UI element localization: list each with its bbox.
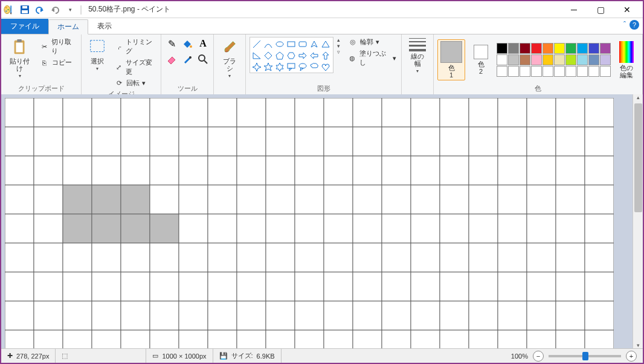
zoom-slider[interactable] (549, 355, 621, 357)
shape-star4[interactable] (252, 62, 262, 72)
text-tool[interactable]: A (196, 37, 210, 50)
customize-qa-button[interactable]: ▾ (63, 3, 77, 16)
svg-rect-41 (150, 98, 179, 127)
color1-button[interactable]: 色 1 (437, 39, 465, 80)
shape-oval[interactable] (275, 39, 285, 49)
crop-button[interactable]: ⌌トリミング (113, 37, 157, 56)
svg-rect-123 (92, 214, 121, 243)
rotate-button[interactable]: ⟳回転 ▾ (113, 78, 157, 88)
shape-callout-cloud[interactable] (309, 62, 319, 72)
shape-hexagon[interactable] (286, 51, 296, 60)
save-button[interactable] (18, 3, 31, 16)
pencil-tool[interactable]: ✎ (165, 37, 178, 50)
shape-diamond[interactable] (263, 51, 273, 60)
color-swatch[interactable] (554, 54, 565, 65)
color2-button[interactable]: 色 2 (469, 44, 493, 76)
shape-polygon[interactable] (309, 39, 319, 49)
color-swatch[interactable] (588, 66, 599, 77)
copy-button[interactable]: ⎘コピー (39, 57, 77, 68)
shape-triangle[interactable] (321, 39, 330, 49)
shape-fill-button[interactable]: ◍塗りつぶし ▾ (347, 48, 398, 68)
color-swatch[interactable] (577, 54, 588, 65)
color-swatch[interactable] (554, 66, 565, 77)
color-swatch[interactable] (497, 43, 507, 54)
svg-rect-139 (556, 214, 585, 243)
cut-button[interactable]: ✂切り取り (39, 37, 77, 56)
color-swatch[interactable] (543, 66, 553, 77)
color-swatch[interactable] (543, 54, 553, 65)
maximize-button[interactable]: ▢ (587, 2, 614, 18)
color-swatch[interactable] (577, 66, 588, 77)
paste-button[interactable]: 貼り付け (5, 37, 35, 80)
select-button[interactable]: 選択 (85, 37, 109, 73)
color-picker-tool[interactable] (181, 53, 194, 66)
fill-tool[interactable] (181, 37, 194, 50)
canvas[interactable] (5, 98, 614, 348)
resize-button[interactable]: ⤢サイズ変更 (113, 57, 157, 77)
shape-arrow-r[interactable] (298, 51, 308, 60)
color-swatch[interactable] (588, 54, 599, 65)
shape-arrow-l[interactable] (309, 51, 319, 60)
svg-rect-72 (440, 127, 469, 156)
ribbon-collapse-button[interactable]: ˆ (623, 21, 626, 29)
shape-curve[interactable] (263, 39, 273, 49)
color-swatch[interactable] (565, 66, 576, 77)
redo-button[interactable] (48, 3, 62, 16)
shape-arrow-u[interactable] (321, 51, 330, 60)
shape-rtriangle[interactable] (252, 51, 262, 60)
edit-colors-button[interactable]: 色の 編集 (614, 40, 639, 80)
zoom-out-button[interactable]: − (533, 351, 544, 362)
magnifier-tool[interactable] (196, 53, 210, 66)
color-swatch[interactable] (520, 43, 530, 54)
color-swatch[interactable] (600, 43, 611, 54)
color-swatch[interactable] (543, 43, 553, 54)
close-button[interactable]: ✕ (614, 2, 640, 18)
shape-star5[interactable] (263, 62, 273, 72)
tab-home[interactable]: ホーム (48, 19, 88, 34)
svg-rect-56 (585, 98, 614, 127)
shape-outline-button[interactable]: ◎輪郭 ▾ (347, 37, 398, 47)
tab-view[interactable]: 表示 (88, 19, 121, 34)
color-swatch[interactable] (497, 54, 507, 65)
color-swatch[interactable] (531, 43, 542, 54)
color-swatch[interactable] (508, 54, 519, 65)
minimize-button[interactable]: ─ (561, 2, 587, 18)
tab-file[interactable]: ファイル (1, 19, 48, 34)
color-swatch[interactable] (600, 54, 611, 65)
color-swatch[interactable] (565, 43, 576, 54)
vertical-scrollbar[interactable] (633, 94, 643, 348)
shape-heart[interactable] (321, 62, 330, 72)
shape-rect[interactable] (286, 39, 296, 49)
eraser-tool[interactable] (165, 53, 178, 66)
color-swatch[interactable] (520, 66, 530, 77)
color-swatch[interactable] (588, 43, 599, 54)
help-button[interactable]: ? (630, 20, 639, 30)
brushes-button[interactable]: ブラシ (217, 37, 242, 80)
color-swatch[interactable] (508, 66, 519, 77)
color-swatch[interactable] (531, 66, 542, 77)
color-swatch[interactable] (497, 66, 507, 77)
color-swatch[interactable] (531, 54, 542, 65)
color-swatch[interactable] (554, 43, 565, 54)
shape-roundrect[interactable] (298, 39, 308, 49)
color-swatch[interactable] (565, 54, 576, 65)
color-swatch[interactable] (577, 43, 588, 54)
shape-pentagon[interactable] (275, 51, 285, 60)
shape-star6[interactable] (275, 62, 285, 72)
zoom-in-button[interactable]: + (626, 351, 637, 362)
svg-rect-166 (121, 272, 150, 301)
color-swatch[interactable] (600, 66, 611, 77)
shape-callout-rect[interactable] (286, 62, 296, 72)
shapes-gallery-scroll[interactable]: ▴▾▿ (337, 37, 343, 55)
color-swatch[interactable] (520, 54, 530, 65)
undo-button[interactable] (33, 3, 47, 16)
svg-rect-164 (63, 272, 92, 301)
shape-callout-oval[interactable] (298, 62, 308, 72)
svg-marker-28 (288, 53, 295, 59)
svg-rect-118 (556, 185, 585, 214)
color-swatch[interactable] (508, 43, 519, 54)
svg-rect-184 (34, 301, 63, 330)
shape-line[interactable] (252, 39, 262, 49)
line-width-button[interactable]: 線の幅 (405, 37, 430, 75)
shapes-gallery[interactable] (250, 37, 333, 73)
